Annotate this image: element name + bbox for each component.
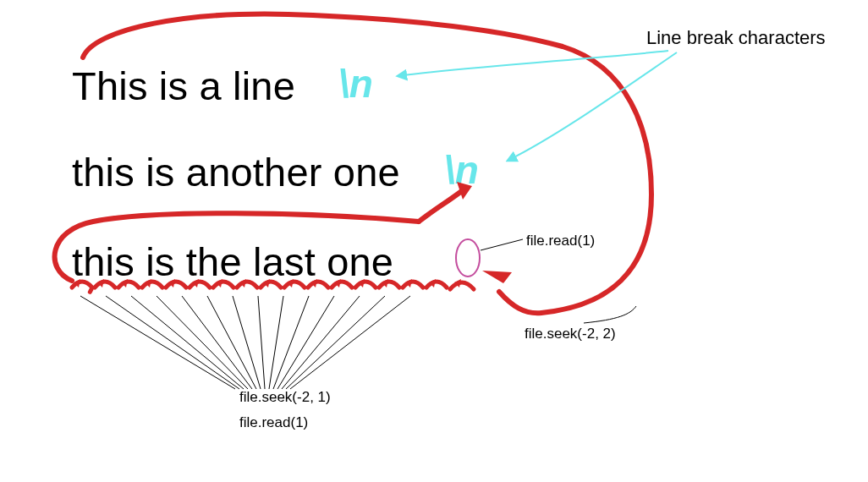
label-file-seek-end: file.seek(-2, 2) — [525, 326, 616, 342]
connector-read1-top — [481, 239, 523, 250]
svg-line-12 — [286, 296, 385, 389]
svg-line-6 — [233, 296, 261, 389]
label-file-read-1-bottom: file.read(1) — [239, 414, 308, 431]
svg-line-8 — [269, 296, 283, 389]
svg-line-7 — [258, 296, 265, 389]
red-hook-newline2 — [419, 190, 463, 222]
file-line-3: this is the last one — [72, 238, 393, 285]
svg-line-11 — [282, 296, 360, 389]
red-big-loop-arrowhead — [482, 271, 512, 283]
label-file-seek-cur: file.seek(-2, 1) — [239, 389, 331, 406]
newline-mark-2: \n — [444, 147, 479, 193]
svg-line-5 — [207, 296, 256, 389]
connector-seek-end — [584, 306, 636, 323]
magenta-circle-last-char — [456, 239, 480, 277]
svg-line-1 — [106, 296, 239, 389]
line-break-characters-label: Line break characters — [646, 27, 826, 49]
cyan-arrows — [398, 51, 677, 161]
svg-line-2 — [131, 296, 244, 389]
label-file-read-1-top: file.read(1) — [526, 233, 595, 249]
svg-line-0 — [80, 296, 235, 389]
newline-mark-1: \n — [338, 61, 373, 107]
fan-connectors — [80, 296, 410, 389]
svg-line-9 — [273, 296, 309, 389]
file-line-1: This is a line — [72, 63, 295, 109]
file-line-2: this is another one — [72, 149, 400, 195]
svg-line-10 — [277, 296, 334, 389]
svg-line-13 — [290, 296, 410, 389]
svg-line-3 — [157, 296, 248, 389]
svg-line-4 — [182, 296, 252, 389]
